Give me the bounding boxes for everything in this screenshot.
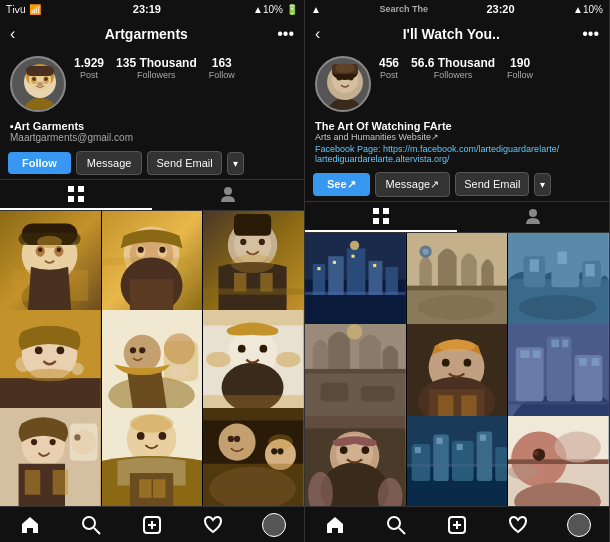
left-profile-nav[interactable] — [256, 507, 292, 543]
svg-point-148 — [347, 324, 362, 339]
svg-point-0 — [22, 98, 58, 112]
left-tab-person[interactable] — [152, 180, 304, 210]
left-photo-6[interactable] — [203, 310, 304, 411]
right-photo-grid — [305, 233, 609, 506]
right-profile-title: I'll Watch You.. — [403, 26, 500, 42]
right-follow-button[interactable]: See↗ — [313, 173, 370, 196]
left-nav-bar: ‹ Artgarments ••• — [0, 18, 304, 50]
right-photo-2[interactable] — [407, 233, 508, 334]
left-followers-label: Followers — [137, 70, 176, 80]
right-photo-9[interactable] — [508, 416, 609, 506]
right-photo-8[interactable] — [407, 416, 508, 506]
right-following-count: 190 — [510, 56, 530, 70]
svg-point-8 — [44, 77, 48, 81]
svg-rect-111 — [383, 208, 389, 214]
svg-rect-13 — [78, 196, 84, 202]
right-photo-1[interactable] — [305, 233, 406, 334]
svg-point-91 — [234, 436, 240, 442]
right-photo-7[interactable] — [305, 416, 406, 506]
left-photo-4[interactable] — [0, 310, 101, 411]
svg-rect-168 — [508, 402, 609, 405]
svg-rect-113 — [383, 218, 389, 224]
right-photo-6[interactable] — [508, 324, 609, 425]
svg-point-133 — [417, 295, 494, 320]
svg-rect-139 — [530, 259, 539, 271]
left-dropdown-button[interactable]: ▾ — [227, 152, 244, 175]
svg-line-200 — [399, 528, 405, 534]
left-back-button[interactable]: ‹ — [10, 25, 15, 43]
svg-point-47 — [57, 346, 65, 354]
right-time: 23:20 — [486, 3, 514, 15]
svg-rect-146 — [361, 386, 395, 401]
right-bio-line3[interactable]: Facebook Page: https://m.facebook.com/la… — [315, 144, 599, 154]
right-heart-nav[interactable] — [500, 507, 536, 543]
left-photo-3[interactable] — [203, 211, 304, 312]
right-stats-row: 456 Post 56.6 Thousand Followers 190 Fol… — [379, 56, 599, 80]
left-home-nav[interactable] — [12, 507, 48, 543]
left-stats: 1.929 Post 135 Thousand Followers 163 Fo… — [74, 56, 294, 80]
svg-rect-9 — [26, 66, 54, 76]
svg-rect-126 — [351, 254, 354, 257]
left-action-buttons: Follow Message Send Email ▾ — [0, 147, 304, 179]
right-profile-info: The Art Of Watching FArte Arts and Human… — [305, 118, 609, 168]
left-more-button[interactable]: ••• — [277, 25, 294, 43]
svg-rect-141 — [586, 264, 595, 276]
right-bio-line4[interactable]: lartediguardarelarte.altervista.org/ — [315, 154, 599, 164]
svg-rect-194 — [508, 459, 609, 464]
svg-point-31 — [159, 247, 165, 253]
right-photo-4[interactable] — [305, 324, 406, 425]
right-tab-person[interactable] — [457, 202, 609, 232]
left-follow-button[interactable]: Follow — [8, 152, 71, 174]
right-more-button[interactable]: ••• — [582, 25, 599, 43]
svg-rect-75 — [53, 470, 68, 495]
left-photo-1[interactable] — [0, 211, 101, 312]
left-add-nav[interactable] — [134, 507, 170, 543]
right-email-button[interactable]: Send Email — [455, 172, 529, 196]
svg-point-72 — [50, 439, 56, 445]
right-message-button[interactable]: Message↗ — [375, 172, 451, 197]
right-photo-3[interactable] — [508, 233, 609, 334]
svg-point-142 — [519, 295, 596, 320]
right-signal-icon: ▲ — [311, 4, 321, 15]
right-profile-nav[interactable] — [561, 507, 597, 543]
right-add-nav[interactable] — [439, 507, 475, 543]
left-following-stat: 163 Follow — [209, 56, 235, 80]
svg-point-77 — [71, 430, 96, 455]
right-search-status: Search The — [379, 4, 428, 14]
right-search-nav[interactable] — [378, 507, 414, 543]
svg-rect-140 — [558, 251, 567, 263]
svg-point-57 — [130, 347, 136, 353]
left-message-button[interactable]: Message — [76, 151, 143, 175]
left-photo-9[interactable] — [203, 408, 304, 506]
right-tab-grid[interactable] — [305, 202, 457, 232]
svg-point-152 — [442, 359, 450, 367]
left-profile-title: Artgarments — [105, 26, 188, 42]
right-photo-5[interactable] — [407, 324, 508, 425]
svg-point-59 — [170, 365, 189, 377]
left-photo-7[interactable] — [0, 408, 101, 506]
right-dropdown-button[interactable]: ▾ — [534, 173, 551, 196]
left-photo-2[interactable] — [102, 211, 203, 312]
left-email-button[interactable]: Send Email — [147, 151, 221, 175]
svg-rect-186 — [436, 437, 442, 443]
svg-rect-119 — [347, 248, 366, 294]
svg-rect-163 — [533, 350, 541, 358]
left-email: Maartgarments@gmail.com — [10, 132, 294, 143]
left-search-nav[interactable] — [73, 507, 109, 543]
left-photo-5[interactable] — [102, 310, 203, 411]
left-photo-8[interactable] — [102, 408, 203, 506]
svg-rect-124 — [317, 267, 320, 270]
svg-point-78 — [74, 435, 80, 441]
left-heart-nav[interactable] — [195, 507, 231, 543]
svg-rect-162 — [521, 350, 530, 358]
right-back-button[interactable]: ‹ — [315, 25, 320, 43]
left-profile-info: ▪Art Garments Maartgarments@gmail.com — [0, 118, 304, 147]
right-home-nav[interactable] — [317, 507, 353, 543]
left-status-bar: Tⅳu 📶 23:19 ▲10% 🔋 — [0, 0, 304, 18]
left-time: 23:19 — [133, 3, 161, 15]
svg-point-174 — [362, 446, 370, 454]
left-tab-grid[interactable] — [0, 180, 152, 210]
svg-point-19 — [38, 247, 43, 252]
left-status-right: ▲10% 🔋 — [253, 4, 298, 15]
right-status-right: ▲10% — [573, 4, 603, 15]
